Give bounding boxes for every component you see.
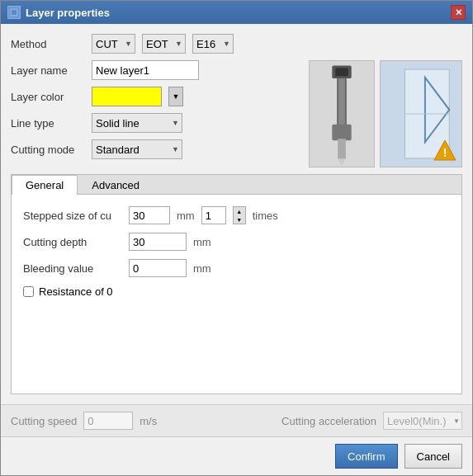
spinner-down[interactable]: ▼ xyxy=(234,215,245,224)
button-row: Confirm Cancel xyxy=(1,436,472,475)
tab-header: General Advanced xyxy=(12,175,461,195)
stepped-size-unit: mm xyxy=(177,210,195,222)
confirm-button[interactable]: Confirm xyxy=(335,444,398,469)
svg-rect-5 xyxy=(338,78,345,127)
title-bar-left: Layer properties xyxy=(7,6,110,19)
line-type-select[interactable]: Solid line xyxy=(92,113,182,133)
tab-container: General Advanced Stepped size of cu mm ▲… xyxy=(11,174,462,394)
resistance-checkbox[interactable] xyxy=(23,286,34,297)
tab-general[interactable]: General xyxy=(12,175,78,195)
cutting-acceleration-select: Level0(Min.) Level1 Level2 Level3 xyxy=(383,412,462,430)
svg-text:!: ! xyxy=(443,146,447,159)
cutting-acceleration-select-wrapper: Level0(Min.) Level1 Level2 Level3 xyxy=(383,412,462,430)
dialog-icon xyxy=(7,6,21,19)
svg-rect-3 xyxy=(335,68,348,76)
form-fields: Layer name Layer color ▼ Line type Solid… xyxy=(11,60,302,167)
middle-section: Layer name Layer color ▼ Line type Solid… xyxy=(11,60,462,167)
bleeding-value-input[interactable] xyxy=(129,259,187,277)
method-label: Method xyxy=(11,38,85,50)
cutting-depth-unit: mm xyxy=(193,236,211,248)
bottom-controls: Cutting speed m/s Cutting acceleration L… xyxy=(1,404,472,436)
cutting-speed-unit: m/s xyxy=(140,415,157,427)
layer-color-row: Layer color ▼ xyxy=(11,87,302,106)
svg-rect-6 xyxy=(332,125,351,141)
resistance-label: Resistance of 0 xyxy=(39,285,113,298)
cutting-mode-select[interactable]: Standard xyxy=(92,139,182,159)
bleeding-value-label: Bleeding value xyxy=(23,262,122,275)
stepped-size-input[interactable] xyxy=(129,206,170,224)
line-type-select-wrapper[interactable]: Solid line xyxy=(92,113,182,133)
cutting-mode-label: Cutting mode xyxy=(11,144,85,156)
close-button[interactable]: ✕ xyxy=(451,5,466,20)
cutting-depth-row: Cutting depth mm xyxy=(23,233,450,251)
spinner[interactable]: ▲ ▼ xyxy=(233,206,246,224)
color-swatch[interactable] xyxy=(92,87,162,106)
method-select2-wrapper[interactable]: EOT xyxy=(142,34,186,54)
tab-content-general: Stepped size of cu mm ▲ ▼ times Cutting … xyxy=(12,195,461,394)
layer-name-input[interactable] xyxy=(92,60,199,80)
layer-name-row: Layer name xyxy=(11,60,302,80)
stepped-size-row: Stepped size of cu mm ▲ ▼ times xyxy=(23,206,450,224)
title-bar: Layer properties ✕ xyxy=(1,1,472,24)
cutting-speed-input xyxy=(83,412,133,430)
cutting-depth-input[interactable] xyxy=(129,233,187,251)
stepped-size-label: Stepped size of cu xyxy=(23,210,122,222)
layer-name-label: Layer name xyxy=(11,64,85,77)
resistance-row: Resistance of 0 xyxy=(23,285,450,298)
cutting-speed-label: Cutting speed xyxy=(11,415,77,427)
cutting-acceleration-label: Cutting acceleration xyxy=(281,415,376,427)
spinner-up[interactable]: ▲ xyxy=(234,207,245,215)
preview-area: ! xyxy=(309,60,462,167)
color-dropdown-button[interactable]: ▼ xyxy=(168,87,183,106)
svg-marker-8 xyxy=(338,159,346,167)
cutting-mode-row: Cutting mode Standard xyxy=(11,139,302,159)
layer-color-label: Layer color xyxy=(11,91,85,103)
method-select2[interactable]: EOT xyxy=(142,34,186,54)
tab-advanced[interactable]: Advanced xyxy=(78,175,154,195)
line-type-label: Line type xyxy=(11,117,85,130)
cutting-mode-select-wrapper[interactable]: Standard xyxy=(92,139,182,159)
cutting-depth-label: Cutting depth xyxy=(23,236,122,248)
method-row: Method CUT EOT E16 xyxy=(11,34,462,54)
tool-preview xyxy=(309,60,375,167)
line-type-row: Line type Solid line xyxy=(11,113,302,133)
method-select1-wrapper[interactable]: CUT xyxy=(92,34,135,54)
dialog-title: Layer properties xyxy=(26,7,110,19)
method-select3[interactable]: E16 xyxy=(192,34,234,54)
bleeding-value-row: Bleeding value mm xyxy=(23,259,450,277)
dialog-body: Method CUT EOT E16 Lay xyxy=(1,24,472,404)
layer-properties-dialog: Layer properties ✕ Method CUT EOT E16 xyxy=(0,0,473,476)
bleeding-value-unit: mm xyxy=(193,262,211,275)
stepped-times-label: times xyxy=(253,210,278,222)
method-select1[interactable]: CUT xyxy=(92,34,135,54)
cancel-button[interactable]: Cancel xyxy=(404,444,462,469)
method-select3-wrapper[interactable]: E16 xyxy=(192,34,234,54)
layer-preview: ! xyxy=(380,60,462,167)
warning-icon: ! xyxy=(433,139,456,162)
svg-rect-1 xyxy=(12,10,17,15)
svg-rect-7 xyxy=(338,139,346,158)
stepped-times-input[interactable] xyxy=(201,206,226,224)
